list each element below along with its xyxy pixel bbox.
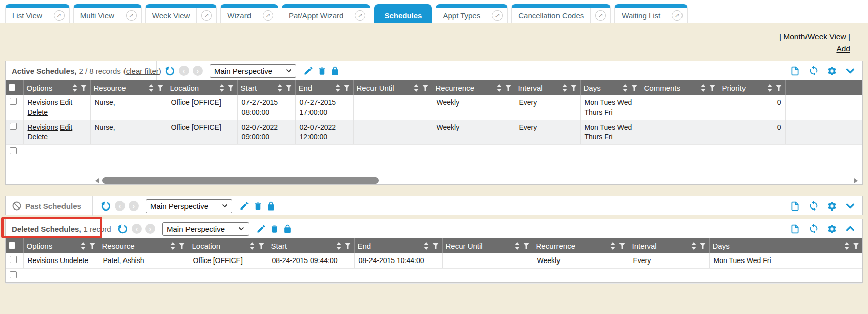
next-perspective-button[interactable]: ›: [193, 66, 203, 76]
col-resource[interactable]: Resource: [90, 80, 167, 95]
filter-icon[interactable]: [619, 243, 626, 249]
sort-icon[interactable]: [414, 84, 419, 92]
tab-waiting-list[interactable]: Waiting List ↗: [614, 4, 688, 23]
delete-perspective-icon[interactable]: [317, 66, 327, 76]
filter-icon[interactable]: [286, 85, 292, 91]
col-interval[interactable]: Interval: [515, 80, 580, 95]
popout-button[interactable]: ↗: [258, 8, 278, 23]
sort-icon[interactable]: [623, 84, 628, 92]
prev-perspective-button[interactable]: ‹: [132, 224, 142, 234]
revisions-link[interactable]: Revisions: [28, 98, 58, 107]
delete-link[interactable]: Delete: [28, 133, 48, 141]
filter-icon[interactable]: [228, 85, 234, 91]
filter-icon[interactable]: [432, 243, 439, 249]
perspective-select[interactable]: Main Perspective: [210, 64, 296, 78]
filter-icon[interactable]: [81, 85, 87, 91]
col-days[interactable]: Days: [709, 238, 862, 253]
filter-icon[interactable]: [179, 243, 185, 249]
new-document-icon[interactable]: [790, 201, 800, 212]
popout-button[interactable]: ↗: [49, 8, 69, 23]
select-all-checkbox[interactable]: [9, 242, 15, 249]
select-all-checkbox[interactable]: [9, 84, 15, 91]
col-resource[interactable]: Resource: [99, 238, 189, 253]
filter-icon[interactable]: [523, 243, 530, 249]
revisions-link[interactable]: Revisions: [28, 123, 58, 131]
undo-icon[interactable]: [100, 200, 111, 212]
filter-icon[interactable]: [422, 85, 429, 91]
col-interval[interactable]: Interval: [629, 238, 709, 253]
undo-icon[interactable]: [164, 65, 175, 76]
sort-icon[interactable]: [497, 84, 502, 92]
popout-button[interactable]: ↗: [487, 8, 507, 23]
col-location[interactable]: Location: [189, 238, 268, 253]
col-end[interactable]: End: [295, 80, 353, 95]
gear-icon[interactable]: [827, 224, 837, 234]
col-start[interactable]: Start: [237, 80, 295, 95]
filter-icon[interactable]: [344, 85, 350, 91]
delete-perspective-icon[interactable]: [270, 224, 279, 234]
refresh-icon[interactable]: [808, 223, 819, 234]
filter-icon[interactable]: [571, 85, 577, 91]
col-recurrence[interactable]: Recurrence: [432, 80, 515, 95]
row-checkbox[interactable]: [10, 256, 17, 263]
tab-multi-view[interactable]: Multi View ↗: [73, 4, 142, 23]
sort-icon[interactable]: [277, 84, 282, 92]
row-checkbox[interactable]: [10, 271, 17, 278]
popout-button[interactable]: ↗: [350, 8, 370, 23]
undo-icon[interactable]: [117, 223, 128, 234]
filter-icon[interactable]: [345, 243, 351, 249]
tab-cancellation-codes[interactable]: Cancellation Codes ↗: [511, 4, 611, 23]
month-week-view-link[interactable]: Month/Week View: [783, 32, 846, 41]
next-perspective-button[interactable]: ›: [129, 201, 139, 211]
edit-perspective-icon[interactable]: [256, 224, 266, 234]
filter-icon[interactable]: [157, 85, 164, 91]
revisions-link[interactable]: Revisions: [28, 256, 58, 265]
prev-perspective-button[interactable]: ‹: [179, 66, 189, 76]
expand-chevron-down-icon[interactable]: [845, 200, 856, 212]
scrollbar-thumb[interactable]: [102, 177, 379, 184]
delete-perspective-icon[interactable]: [253, 201, 263, 211]
col-recurrence[interactable]: Recurrence: [533, 238, 629, 253]
filter-icon[interactable]: [776, 85, 782, 91]
col-days[interactable]: Days: [580, 80, 641, 95]
undelete-link[interactable]: Undelete: [60, 256, 88, 265]
col-priority[interactable]: Priority: [719, 80, 785, 95]
collapse-chevron-down-icon[interactable]: [845, 65, 856, 76]
edit-link[interactable]: Edit: [60, 123, 72, 131]
lock-icon[interactable]: [283, 224, 292, 234]
collapse-chevron-up-icon[interactable]: [845, 223, 856, 234]
sort-icon[interactable]: [562, 84, 567, 92]
row-checkbox[interactable]: [10, 147, 17, 154]
col-location[interactable]: Location: [167, 80, 237, 95]
tab-schedules[interactable]: Schedules: [374, 4, 432, 23]
filter-icon[interactable]: [505, 85, 512, 91]
col-end[interactable]: End: [354, 238, 442, 253]
clear-filter-link[interactable]: (clear filter): [123, 67, 161, 75]
sort-icon[interactable]: [844, 242, 849, 250]
filter-icon[interactable]: [709, 85, 716, 91]
sort-icon[interactable]: [72, 84, 77, 92]
gear-icon[interactable]: [827, 66, 837, 76]
new-document-icon[interactable]: [790, 224, 800, 234]
tab-appt-types[interactable]: Appt Types ↗: [436, 4, 508, 23]
tab-list-view[interactable]: List View ↗: [5, 4, 70, 23]
horizontal-scrollbar[interactable]: [6, 176, 862, 184]
refresh-icon[interactable]: [808, 200, 819, 212]
tab-pat-appt-wizard[interactable]: Pat/Appt Wizard ↗: [282, 4, 370, 23]
edit-perspective-icon[interactable]: [303, 66, 314, 76]
col-comments[interactable]: Comments: [641, 80, 719, 95]
new-document-icon[interactable]: [790, 66, 800, 76]
popout-button[interactable]: ↗: [667, 8, 687, 23]
sort-icon[interactable]: [767, 84, 772, 92]
sort-icon[interactable]: [219, 84, 224, 92]
perspective-select[interactable]: Main Perspective: [162, 222, 249, 236]
col-recur-until[interactable]: Recur Until: [442, 238, 533, 253]
add-link[interactable]: Add: [836, 44, 850, 53]
filter-icon[interactable]: [89, 243, 96, 249]
tab-wizard[interactable]: Wizard ↗: [220, 4, 278, 23]
col-options[interactable]: Options: [23, 238, 99, 253]
edit-perspective-icon[interactable]: [239, 201, 250, 211]
next-perspective-button[interactable]: ›: [145, 224, 155, 234]
popout-button[interactable]: ↗: [591, 8, 610, 23]
perspective-select[interactable]: Main Perspective: [146, 199, 232, 213]
